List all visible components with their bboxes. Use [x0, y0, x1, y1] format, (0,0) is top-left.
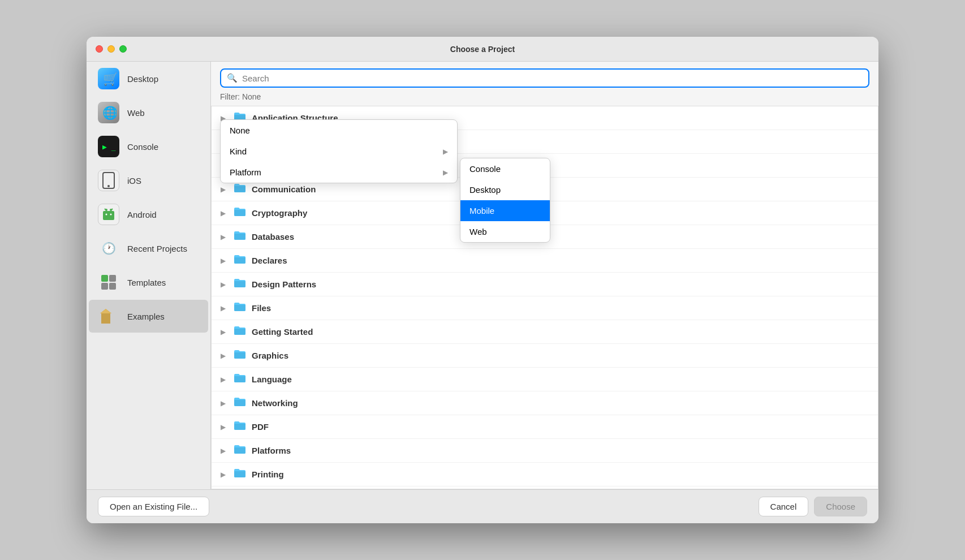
list-item[interactable]: ▶ Language — [212, 368, 878, 391]
chevron-right-icon: ▶ — [221, 399, 226, 407]
sidebar-item-recent-projects[interactable]: 🕐Recent Projects — [89, 232, 208, 265]
bottom-right: Cancel Choose — [759, 497, 867, 516]
svg-rect-13 — [101, 275, 108, 282]
filter-kind[interactable]: Kind ▶ — [221, 141, 457, 162]
chevron-right-icon: ▶ — [221, 186, 226, 193]
list-item[interactable]: ▶ Networking — [212, 391, 878, 415]
chevron-right-icon: ▶ — [221, 352, 226, 360]
filter-platform-label: Platform — [230, 167, 261, 177]
folder-icon — [234, 373, 246, 386]
svg-marker-18 — [100, 309, 111, 313]
platform-web[interactable]: Web — [460, 221, 550, 242]
web-icon: 🌐 — [98, 102, 119, 123]
search-bar-container: 🔍 — [211, 62, 878, 88]
chevron-right-icon: ▶ — [221, 376, 226, 384]
platform-console-label: Console — [469, 164, 501, 174]
list-item-label: Networking — [252, 398, 298, 408]
list-item-label: Language — [252, 374, 292, 384]
templates-label: Templates — [127, 278, 166, 287]
filter-bar[interactable]: Filter: None — [211, 88, 878, 106]
list-item-label: Files — [252, 303, 271, 313]
examples-icon — [98, 305, 119, 327]
list-item[interactable]: ▶ Printing — [212, 463, 878, 486]
folder-icon — [234, 420, 246, 433]
svg-text:▶ _: ▶ _ — [102, 143, 116, 151]
main-window: Choose a Project 🛒 Desktop 🌐 Web ▶ _ Con… — [87, 37, 878, 523]
list-item-label: Printing — [252, 469, 284, 479]
list-item-label: Cryptography — [252, 208, 307, 218]
minimize-button[interactable] — [107, 45, 115, 53]
search-bar[interactable]: 🔍 — [220, 68, 869, 88]
main-area: 🔍 Filter: None ▶ Application Structure▶ … — [211, 62, 878, 489]
traffic-lights — [96, 45, 127, 53]
bottom-bar: Open an Existing File... Cancel Choose — [87, 489, 878, 523]
recent-projects-label: Recent Projects — [127, 244, 187, 253]
choose-button[interactable]: Choose — [814, 497, 867, 516]
list-item-label: Design Patterns — [252, 279, 316, 289]
console-label: Console — [127, 142, 158, 152]
close-button[interactable] — [96, 45, 103, 53]
list-item[interactable]: ▶ Platforms — [212, 439, 878, 463]
svg-point-12 — [110, 214, 112, 216]
search-icon: 🔍 — [227, 73, 238, 83]
chevron-right-icon: ▶ — [221, 257, 226, 265]
sidebar: 🛒 Desktop 🌐 Web ▶ _ Console iOS Android🕐… — [87, 62, 211, 489]
filter-dropdown[interactable]: None Kind ▶ Platform ▶ — [220, 119, 458, 183]
list-item-label: Getting Started — [252, 327, 313, 337]
list-item-label: PDF — [252, 422, 269, 432]
filter-none-label: None — [230, 126, 250, 135]
content-area: 🛒 Desktop 🌐 Web ▶ _ Console iOS Android🕐… — [87, 62, 878, 489]
examples-label: Examples — [127, 312, 165, 321]
folder-icon — [234, 468, 246, 481]
list-item[interactable]: ▶ Design Patterns — [212, 273, 878, 296]
svg-rect-16 — [109, 283, 116, 290]
list-item[interactable]: ▶ Files — [212, 296, 878, 320]
window-title: Choose a Project — [450, 45, 515, 54]
svg-point-11 — [106, 214, 107, 216]
sidebar-item-templates[interactable]: Templates — [89, 266, 208, 299]
list-item[interactable]: ▶ Graphics — [212, 344, 878, 368]
folder-icon — [234, 183, 246, 196]
platform-arrow-icon: ▶ — [443, 169, 448, 176]
platform-submenu: Console Desktop Mobile Web — [460, 158, 550, 243]
search-input[interactable] — [242, 74, 863, 83]
svg-text:🛒: 🛒 — [103, 71, 117, 87]
recent-projects-icon: 🕐 — [98, 238, 119, 259]
svg-text:🌐: 🌐 — [102, 105, 117, 120]
chevron-right-icon: ▶ — [221, 328, 226, 336]
platform-mobile[interactable]: Mobile — [460, 200, 550, 221]
svg-rect-14 — [109, 275, 116, 282]
sidebar-item-examples[interactable]: Examples — [89, 300, 208, 333]
desktop-label: Desktop — [127, 74, 158, 84]
chevron-right-icon: ▶ — [221, 233, 226, 241]
chevron-right-icon: ▶ — [221, 209, 226, 217]
list-item[interactable]: ▶ Getting Started — [212, 320, 878, 344]
sidebar-item-desktop[interactable]: 🛒 Desktop — [89, 62, 208, 95]
filter-none[interactable]: None — [221, 120, 457, 141]
chevron-right-icon: ▶ — [221, 281, 226, 288]
list-item[interactable]: ▶ Declares — [212, 249, 878, 273]
folder-icon — [234, 230, 246, 243]
platform-console[interactable]: Console — [460, 158, 550, 179]
platform-desktop-label: Desktop — [469, 185, 501, 195]
open-existing-button[interactable]: Open an Existing File... — [98, 497, 209, 516]
sidebar-item-console[interactable]: ▶ _ Console — [89, 130, 208, 163]
list-item[interactable]: ▶ Sample Apps — [212, 486, 878, 489]
list-item[interactable]: ▶ PDF — [212, 415, 878, 439]
platform-desktop[interactable]: Desktop — [460, 179, 550, 200]
sidebar-item-android[interactable]: Android — [89, 198, 208, 231]
sidebar-item-web[interactable]: 🌐 Web — [89, 96, 208, 129]
svg-point-5 — [107, 185, 110, 187]
folder-icon — [234, 397, 246, 410]
maximize-button[interactable] — [119, 45, 127, 53]
sidebar-item-ios[interactable]: iOS — [89, 164, 208, 197]
list-item-label: Communication — [252, 184, 316, 194]
platform-web-label: Web — [469, 227, 487, 236]
chevron-right-icon: ▶ — [221, 471, 226, 479]
folder-icon — [234, 278, 246, 291]
cancel-button[interactable]: Cancel — [759, 497, 809, 516]
ios-label: iOS — [127, 176, 141, 186]
folder-icon — [234, 206, 246, 219]
templates-icon — [98, 272, 119, 293]
filter-platform[interactable]: Platform ▶ — [221, 162, 457, 183]
